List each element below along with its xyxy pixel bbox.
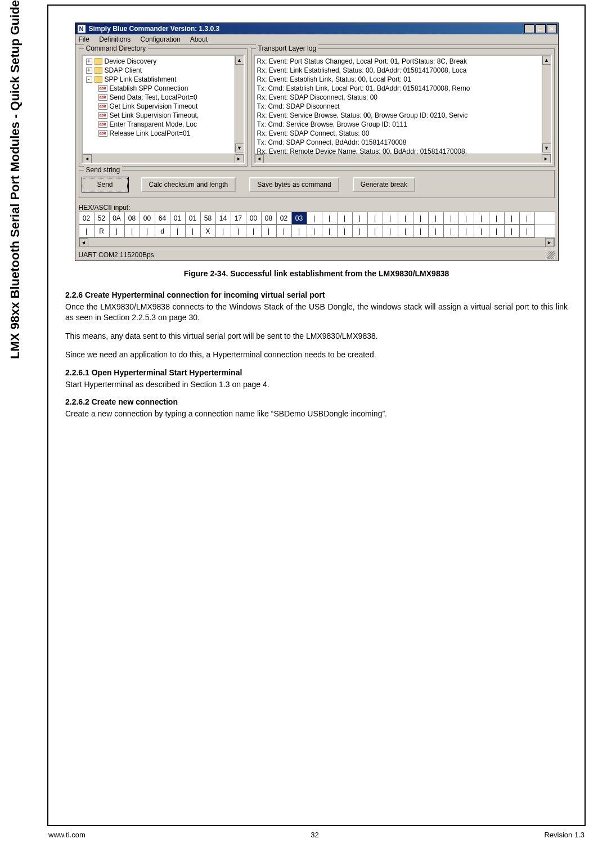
hex-cell[interactable]: | <box>413 225 429 237</box>
hex-cell[interactable]: d <box>155 225 170 237</box>
log-line[interactable]: Rx: Event: Link Established, Status: 00,… <box>257 66 541 75</box>
hex-cell[interactable]: | <box>474 212 489 225</box>
hex-cell[interactable]: | <box>110 225 125 237</box>
scroll-left-icon[interactable]: ◄ <box>255 154 264 163</box>
hscrollbar[interactable]: ◄ ► <box>83 154 244 163</box>
hex-cell[interactable]: | <box>292 225 307 237</box>
scroll-right-icon[interactable]: ► <box>542 154 551 163</box>
hex-cell[interactable]: | <box>413 212 429 225</box>
hex-cell[interactable]: X <box>201 225 216 237</box>
hex-cell[interactable]: | <box>368 212 383 225</box>
hex-cell[interactable]: | <box>322 212 338 225</box>
vscrollbar[interactable]: ▲ ▼ <box>542 56 551 153</box>
hex-cell[interactable]: 08 <box>262 212 277 225</box>
scroll-left-icon[interactable]: ◄ <box>79 238 88 247</box>
hex-cell[interactable]: | <box>338 225 353 237</box>
menu-definitions[interactable]: Definitions <box>99 35 131 43</box>
log-line[interactable]: Rx: Event: Service Browse, Status: 00, B… <box>257 111 541 120</box>
hex-cell[interactable]: 03 <box>292 212 307 225</box>
transport-log-list[interactable]: Rx: Event: Port Status Changed, Local Po… <box>254 55 552 164</box>
hex-cell[interactable]: 64 <box>155 212 170 225</box>
log-line[interactable]: Tx: Cmd: Service Browse, Browse Group ID… <box>257 120 541 129</box>
hex-cell[interactable]: R <box>95 225 110 237</box>
hex-cell[interactable]: 52 <box>95 212 110 225</box>
scroll-down-icon[interactable]: ▼ <box>542 144 551 153</box>
hex-cell[interactable]: | <box>444 212 459 225</box>
hex-cell[interactable]: | <box>505 225 520 237</box>
hex-cell[interactable]: | <box>368 225 383 237</box>
scroll-right-icon[interactable]: ► <box>545 238 554 247</box>
hex-cell[interactable]: | <box>489 225 505 237</box>
tree-folder[interactable]: -SPP Link Establishment <box>85 75 233 84</box>
send-button[interactable]: Send <box>83 178 128 191</box>
hex-cell[interactable]: | <box>79 225 95 237</box>
save-bytes-button[interactable]: Save bytes as command <box>249 177 339 192</box>
hex-cell[interactable]: | <box>383 212 398 225</box>
expander-icon[interactable]: - <box>86 77 92 83</box>
hex-cell[interactable]: | <box>520 212 535 225</box>
hex-cell[interactable]: 58 <box>201 212 216 225</box>
hex-cell[interactable]: | <box>140 225 155 237</box>
hex-cell[interactable]: 17 <box>231 212 246 225</box>
tree-leaf[interactable]: abkGet Link Supervision Timeout <box>85 102 233 111</box>
tree-leaf[interactable]: abkEstablish SPP Connection <box>85 84 233 93</box>
generate-break-button[interactable]: Generate break <box>353 177 415 192</box>
command-directory-tree[interactable]: +Device Discovery+SDAP Client-SPP Link E… <box>82 55 245 164</box>
hex-cell[interactable]: | <box>322 225 338 237</box>
tree-leaf[interactable]: abkSend Data: Test, LocalPort=0 <box>85 93 233 102</box>
scroll-up-icon[interactable]: ▲ <box>542 56 551 65</box>
hex-hscrollbar[interactable]: ◄ ► <box>79 237 555 246</box>
scroll-left-icon[interactable]: ◄ <box>83 154 92 163</box>
log-line[interactable]: Rx: Event: Establish Link, Status: 00, L… <box>257 75 541 84</box>
log-line[interactable]: Tx: Cmd: SDAP Connect, BdAddr: 015814170… <box>257 138 541 147</box>
hex-cell[interactable]: | <box>429 212 444 225</box>
hex-cell[interactable]: | <box>277 225 292 237</box>
hex-cell[interactable]: 01 <box>170 212 186 225</box>
log-line[interactable]: Rx: Event: Port Status Changed, Local Po… <box>257 57 541 66</box>
hscrollbar[interactable]: ◄ ► <box>255 154 551 163</box>
hex-cell[interactable]: | <box>489 212 505 225</box>
hex-cell[interactable]: | <box>474 225 489 237</box>
tree-leaf[interactable]: abkRelease Link LocalPort=01 <box>85 129 233 138</box>
calc-checksum-button[interactable]: Calc checksum and length <box>141 177 236 192</box>
tree-leaf[interactable]: abkEnter Transparent Mode, Loc <box>85 120 233 129</box>
scroll-down-icon[interactable]: ▼ <box>235 144 244 153</box>
hex-cell[interactable]: | <box>186 225 201 237</box>
menu-file[interactable]: File <box>79 35 89 43</box>
scroll-right-icon[interactable]: ► <box>235 154 244 163</box>
menu-about[interactable]: About <box>190 35 208 43</box>
hex-cell[interactable]: 0A <box>110 212 125 225</box>
log-line[interactable]: Rx: Event: SDAP Disconnect, Status: 00 <box>257 93 541 102</box>
close-button[interactable]: × <box>547 24 557 33</box>
maximize-button[interactable]: □ <box>536 24 546 33</box>
menu-configuration[interactable]: Configuration <box>141 35 181 43</box>
hex-cell[interactable]: | <box>444 225 459 237</box>
resize-grip-icon[interactable] <box>547 251 555 259</box>
hex-cell[interactable]: | <box>307 212 322 225</box>
hex-cell[interactable]: | <box>459 225 474 237</box>
expander-icon[interactable]: + <box>86 68 92 74</box>
hex-cell[interactable]: | <box>398 225 413 237</box>
hex-cell[interactable]: | <box>353 225 368 237</box>
hex-cell[interactable]: 14 <box>216 212 231 225</box>
log-line[interactable]: Tx: Cmd: SDAP Disconnect <box>257 102 541 111</box>
hex-cell[interactable]: | <box>307 225 322 237</box>
expander-icon[interactable]: + <box>86 59 92 65</box>
hex-cell[interactable]: | <box>170 225 186 237</box>
hex-cell[interactable]: | <box>459 212 474 225</box>
hex-cell[interactable]: | <box>125 225 140 237</box>
minimize-button[interactable]: _ <box>524 24 534 33</box>
hex-cell[interactable]: 02 <box>277 212 292 225</box>
hex-cell[interactable]: | <box>338 212 353 225</box>
hex-cell[interactable]: | <box>216 225 231 237</box>
hex-cell[interactable]: | <box>231 225 246 237</box>
hex-cell[interactable]: 00 <box>140 212 155 225</box>
hex-cell[interactable]: | <box>353 212 368 225</box>
hex-cell[interactable]: | <box>262 225 277 237</box>
hex-cell[interactable]: | <box>398 212 413 225</box>
hex-row-2[interactable]: |R|||d||X||||||||||||||||||||| <box>79 225 555 237</box>
hex-cell[interactable]: | <box>520 225 535 237</box>
hex-cell[interactable]: | <box>429 225 444 237</box>
hex-row-1[interactable]: 02520A080064010158141700080203||||||||||… <box>79 212 555 225</box>
tree-folder[interactable]: +SDAP Client <box>85 66 233 75</box>
